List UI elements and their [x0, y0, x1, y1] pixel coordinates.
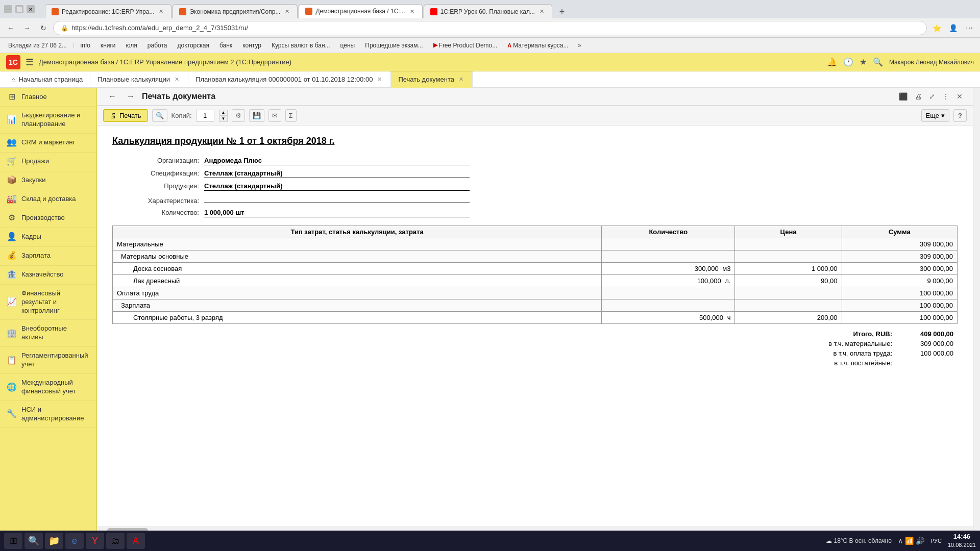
app-tab-calc[interactable]: Плановая калькуляция 000000001 от 01.10.…: [188, 71, 391, 88]
app-tab-planning[interactable]: Плановые калькуляции ✕: [90, 71, 188, 88]
browser-tab-3-close[interactable]: ✕: [408, 8, 416, 15]
settings-button[interactable]: ⋯: [963, 21, 976, 35]
vertical-scrollbar[interactable]: [973, 88, 980, 534]
app-tab-home[interactable]: ⌂ Начальная страница: [4, 71, 90, 88]
minimize-button[interactable]: —: [4, 5, 12, 13]
app-tab-print[interactable]: Печать документа ✕: [391, 71, 473, 88]
sidebar-item-purchases[interactable]: 📦 Закупки: [0, 171, 96, 190]
print-button[interactable]: 🖨 Печать: [103, 109, 148, 122]
browser-tab-1[interactable]: Редактирование: 1С:ERP Упра... ✕: [45, 4, 172, 18]
new-tab-button[interactable]: +: [555, 5, 569, 18]
acrobat-button[interactable]: A: [127, 533, 145, 549]
bookmark-10[interactable]: Прошедшие экзам...: [361, 41, 427, 50]
sidebar-item-admin[interactable]: 🔧 НСИ и администрирование: [0, 401, 96, 428]
close-doc-button[interactable]: ✕: [954, 91, 965, 102]
browser-tab-2[interactable]: Экономика предприятия/Сопр... ✕: [173, 4, 298, 18]
help-button[interactable]: ?: [953, 109, 967, 122]
notifications-icon[interactable]: 🔔: [827, 57, 837, 67]
restore-button[interactable]: ⬜: [15, 5, 23, 13]
edge-button[interactable]: e: [65, 533, 84, 549]
address-bar[interactable]: 🔒 https://edu.1cfresh.com/a/edu_erp_demo…: [53, 21, 927, 35]
sidebar-item-finance[interactable]: 📈 Финансовый результат и контроллинг: [0, 285, 96, 320]
sidebar-item-crm[interactable]: 👥 CRM и маркетинг: [0, 134, 96, 153]
sidebar-item-salary[interactable]: 💰 Зарплата: [0, 247, 96, 266]
extensions-button[interactable]: ⭐: [930, 21, 943, 35]
bookmark-9[interactable]: цены: [336, 41, 359, 50]
bookmark-8[interactable]: Курсы валют в бан...: [267, 41, 334, 50]
bookmark-free-demo[interactable]: ▶ Free Product Demo...: [429, 41, 502, 50]
more-options-icon[interactable]: ⋮: [940, 91, 951, 102]
bookmark-6[interactable]: банк: [215, 41, 236, 50]
document-panel: ← → Печать документа ⬛ 🖨 ⤢ ⋮ ✕ 🖨 Печать: [97, 88, 973, 534]
explorer-button[interactable]: 🗂: [106, 533, 125, 549]
email-doc-button[interactable]: ✉: [268, 109, 281, 122]
sidebar-item-regulation[interactable]: 📋 Регламентированный учет: [0, 347, 96, 374]
browser-tab-3[interactable]: Демонстрационная база / 1С:... ✕: [299, 4, 422, 18]
sidebar-item-main[interactable]: ⊞ Главное: [0, 88, 96, 107]
forward-button[interactable]: →: [20, 21, 34, 35]
history-icon[interactable]: 🕐: [843, 57, 853, 67]
profile-button[interactable]: 👤: [946, 21, 960, 35]
taskbar: ⊞ 🔍 📁 e Y 🗂 A ☁ 18°C В осн. облачно ∧ 📶 …: [0, 531, 980, 551]
cell-name: Столярные работы, 3 разряд: [113, 312, 602, 324]
bookmark-2[interactable]: книги: [96, 41, 120, 50]
save-doc-button[interactable]: 💾: [249, 109, 264, 122]
volume-icon[interactable]: 🔊: [916, 537, 924, 545]
hamburger-menu-button[interactable]: ☰: [26, 57, 34, 68]
print-preview-icon[interactable]: 🖨: [913, 91, 924, 102]
browser-tab-1-close[interactable]: ✕: [157, 8, 165, 15]
settings-doc-button[interactable]: ⚙: [232, 109, 245, 122]
sidebar-item-assets[interactable]: 🏢 Внеоборотные активы: [0, 320, 96, 347]
start-button[interactable]: ⊞: [4, 533, 22, 549]
copies-input[interactable]: [196, 110, 214, 122]
bookmark-7[interactable]: контур: [238, 41, 265, 50]
sidebar-item-production[interactable]: ⚙ Производство: [0, 209, 96, 228]
field-char-value: [204, 195, 470, 203]
sidebar-item-sales[interactable]: 🛒 Продажи: [0, 153, 96, 171]
reload-button[interactable]: ↻: [37, 21, 50, 35]
open-in-new-icon[interactable]: ⤢: [927, 91, 937, 102]
search-doc-button[interactable]: 🔍: [152, 109, 167, 122]
sidebar-item-treasury[interactable]: 🏦 Казначейство: [0, 266, 96, 285]
language-badge[interactable]: РУС: [930, 538, 942, 544]
doc-title-bar: ← → Печать документа ⬛ 🖨 ⤢ ⋮ ✕: [97, 88, 973, 106]
doc-back-button[interactable]: ←: [105, 91, 119, 102]
mehr-button[interactable]: Еще ▾: [921, 109, 949, 122]
save-to-file-icon[interactable]: ⬛: [897, 91, 910, 102]
yandex-button[interactable]: Y: [86, 533, 104, 549]
browser-tab-4-close[interactable]: ✕: [538, 8, 546, 15]
bookmarks-more-button[interactable]: »: [574, 39, 584, 52]
bookmark-1[interactable]: info: [77, 41, 94, 50]
bookmark-0[interactable]: Вкладки из 27 06 2...: [4, 41, 71, 50]
app-tab-planning-close[interactable]: ✕: [173, 76, 181, 83]
back-button[interactable]: ←: [4, 21, 17, 35]
files-button[interactable]: 📁: [45, 533, 63, 549]
sidebar-item-intl[interactable]: 🌐 Международный финансовый учет: [0, 374, 96, 401]
search-taskbar-button[interactable]: 🔍: [24, 533, 43, 549]
app-tab-calc-close[interactable]: ✕: [376, 76, 383, 83]
app-tab-print-close[interactable]: ✕: [457, 76, 465, 83]
sidebar-item-hr[interactable]: 👤 Кадры: [0, 228, 96, 247]
bookmark-4[interactable]: работа: [143, 41, 172, 50]
sidebar-item-warehouse[interactable]: 🏭 Склад и доставка: [0, 190, 96, 209]
bookmark-5[interactable]: докторская: [174, 41, 213, 50]
browser-tab-2-close[interactable]: ✕: [283, 8, 291, 15]
app-user-name[interactable]: Макаров Леонид Михайлович: [889, 59, 974, 66]
sidebar-item-budget[interactable]: 📊 Бюджетирование и планирование: [0, 107, 96, 134]
cell-qty: [602, 238, 735, 251]
copies-down-button[interactable]: ▼: [219, 116, 228, 122]
copies-up-button[interactable]: ▲: [219, 110, 228, 116]
doc-forward-button[interactable]: →: [124, 91, 138, 102]
weather-icon: ☁: [826, 537, 832, 544]
bookmark-12[interactable]: A Материалы курса...: [503, 41, 572, 50]
sidebar-sales-label: Продажи: [21, 157, 49, 166]
tray-chevron-icon[interactable]: ∧: [898, 537, 903, 545]
search-icon[interactable]: 🔍: [873, 57, 883, 67]
browser-tab-4[interactable]: 1С:ERP Урок 60. Плановые кал... ✕: [424, 4, 552, 18]
cell-qty: [602, 299, 735, 312]
bookmark-3[interactable]: юля: [122, 41, 141, 50]
close-button[interactable]: ✕: [27, 5, 35, 13]
network-icon[interactable]: 📶: [905, 537, 914, 545]
favorites-icon[interactable]: ★: [860, 57, 867, 67]
sum-button[interactable]: Σ: [285, 109, 297, 122]
